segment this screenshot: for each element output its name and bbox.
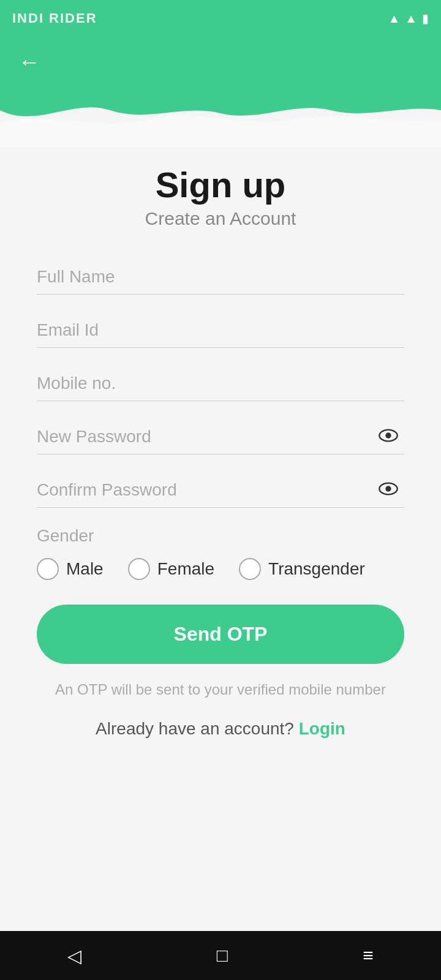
mobile-input[interactable] (37, 366, 404, 401)
radio-male-inner (42, 564, 53, 575)
main-content: Sign up Create an Account (0, 147, 441, 763)
wifi-icon: ▲ (405, 12, 417, 26)
confirm-password-toggle-icon[interactable] (379, 480, 398, 500)
signal-icon: ▲ (388, 12, 400, 26)
confirm-password-field (37, 473, 404, 508)
page-subtitle: Create an Account (37, 208, 404, 229)
radio-male[interactable] (37, 558, 59, 580)
send-otp-button[interactable]: Send OTP (37, 605, 404, 664)
already-account-text: Already have an account? (96, 719, 294, 738)
battery-icon: ▮ (422, 11, 429, 26)
wave-decoration (0, 98, 441, 147)
svg-point-1 (385, 433, 391, 439)
gender-transgender-label: Transgender (268, 559, 365, 579)
app-name: INDI RIDER (12, 10, 97, 26)
status-icons: ▲ ▲ ▮ (388, 11, 429, 26)
otp-info-text: An OTP will be sent to your verified mob… (37, 679, 404, 701)
login-section: Already have an account? Login (37, 719, 404, 739)
gender-option-male[interactable]: Male (37, 558, 104, 580)
svg-point-3 (385, 486, 391, 492)
email-field (37, 313, 404, 348)
nav-menu-icon[interactable]: ≡ (363, 945, 374, 966)
radio-female[interactable] (128, 558, 150, 580)
gender-options: Male Female Transgender (37, 558, 404, 580)
email-input[interactable] (37, 313, 404, 348)
full-name-input[interactable] (37, 260, 404, 295)
gender-option-transgender[interactable]: Transgender (239, 558, 365, 580)
new-password-field (37, 420, 404, 454)
header-wave: ← (0, 37, 441, 147)
radio-transgender-inner (244, 564, 255, 575)
status-bar: INDI RIDER ▲ ▲ ▮ (0, 0, 441, 37)
radio-transgender[interactable] (239, 558, 261, 580)
full-name-field (37, 260, 404, 295)
radio-female-inner (134, 564, 145, 575)
back-button[interactable]: ← (18, 49, 40, 75)
title-section: Sign up Create an Account (37, 159, 404, 229)
mobile-field (37, 366, 404, 401)
login-link[interactable]: Login (299, 719, 345, 738)
new-password-input[interactable] (37, 420, 404, 454)
gender-option-female[interactable]: Female (128, 558, 214, 580)
nav-home-icon[interactable]: □ (217, 945, 228, 966)
gender-label: Gender (37, 526, 404, 546)
nav-back-icon[interactable]: ◁ (67, 945, 81, 967)
nav-bar: ◁ □ ≡ (0, 931, 441, 980)
gender-female-label: Female (157, 559, 214, 579)
new-password-toggle-icon[interactable] (379, 427, 398, 447)
gender-male-label: Male (66, 559, 104, 579)
gender-section: Gender Male Female Transgender (37, 526, 404, 580)
page-title: Sign up (37, 165, 404, 205)
confirm-password-input[interactable] (37, 473, 404, 508)
